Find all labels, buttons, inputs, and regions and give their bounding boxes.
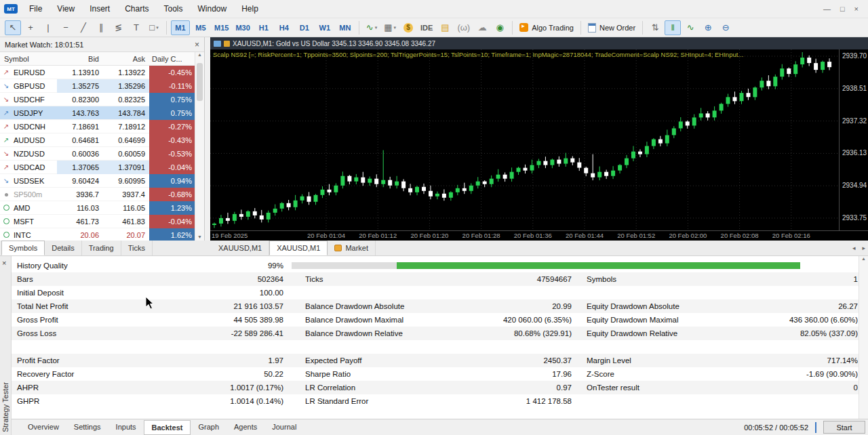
scroll-up-icon[interactable]: ▲ (197, 52, 202, 57)
market-watch-row[interactable]: AMD116.03116.051.23% (0, 201, 195, 215)
timeframe-d1[interactable]: D1 (295, 20, 314, 35)
menu-tools[interactable]: Tools (157, 4, 191, 14)
crosshair-tool-icon[interactable]: + (22, 20, 39, 35)
templates-icon[interactable]: ▦▾ (381, 20, 399, 35)
market-watch-row[interactable]: ↘USDCHF0.823000.823250.75% (0, 93, 195, 106)
market-watch-row[interactable]: INTC20.0620.071.62% (0, 228, 195, 241)
timeframe-m15[interactable]: M15 (212, 20, 231, 35)
pointer-tool-icon[interactable]: ↖ (5, 20, 21, 35)
chart-area[interactable]: Scalp NS92 [=; RiskPercent=1; Tppoints=3… (210, 49, 868, 241)
tester-tab-backtest[interactable]: Backtest (144, 420, 191, 435)
market-icon[interactable]: ▤ (437, 20, 453, 35)
market-watch-row[interactable]: ↗USDCNH7.186917.18912-0.27% (0, 120, 195, 133)
market-watch-row[interactable]: MSFT461.73461.83-0.04% (0, 215, 195, 228)
fibonacci-tool-icon[interactable]: ≶ (111, 20, 127, 35)
column-bid[interactable]: Bid (57, 55, 103, 63)
start-button[interactable]: Start (823, 421, 865, 434)
column-daily-change[interactable]: Daily C... (149, 55, 195, 63)
market-watch-list: ↗EURUSD1.139101.13922-0.45%↘GBPUSD1.3527… (0, 66, 195, 241)
price-axis[interactable]: 2939.702938.512937.322936.132934.942933.… (839, 49, 868, 230)
time-axis[interactable]: 19 Feb 202520 Feb 01:0420 Feb 01:1220 Fe… (210, 230, 868, 241)
market-watch-row[interactable]: ↗AUDUSD0.646810.64699-0.43% (0, 133, 195, 147)
close-icon[interactable]: × (854, 5, 859, 13)
tester-scrollbar[interactable]: ▲ (859, 256, 868, 419)
timeframe-m5[interactable]: M5 (191, 20, 210, 35)
market-watch-row[interactable]: ↗USDCAD1.370651.37091-0.04% (0, 161, 195, 174)
market-watch-row[interactable]: ↗USDJPY143.763143.7840.75% (0, 106, 195, 120)
shapes-tool-icon[interactable]: □▾ (146, 20, 162, 35)
market-watch-row[interactable]: ↗EURUSD1.139101.13922-0.45% (0, 66, 195, 79)
candlestick-chart[interactable] (210, 49, 839, 230)
templates-caret-icon[interactable]: ▾ (394, 25, 397, 30)
indicators-caret-icon[interactable]: ▾ (375, 25, 378, 30)
new-order-button[interactable]: New Order (585, 20, 638, 35)
zoom-in-icon[interactable]: ⊕ (700, 20, 716, 35)
tester-tab-overview[interactable]: Overview (20, 420, 66, 435)
menu-view[interactable]: View (50, 4, 82, 14)
trendline-tool-icon[interactable]: ╱ (75, 20, 92, 35)
chart-tab-market[interactable]: Market (328, 241, 376, 255)
cloud-icon[interactable]: ☁ (474, 20, 490, 35)
tester-tab-settings[interactable]: Settings (66, 420, 108, 435)
tester-close-icon[interactable]: × (2, 259, 6, 267)
timeframe-m30[interactable]: M30 (233, 20, 252, 35)
timeframe-h4[interactable]: H4 (275, 20, 294, 35)
scroll-up-icon[interactable]: ▲ (861, 256, 866, 261)
restore-icon[interactable]: □ (840, 5, 845, 13)
community-icon[interactable]: ◉ (492, 20, 508, 35)
tester-tab-agents[interactable]: Agents (226, 420, 264, 435)
market-watch-close-icon[interactable]: × (195, 40, 199, 49)
mw-tab-ticks[interactable]: Ticks (121, 241, 153, 255)
shapes-tool-caret-icon[interactable]: ▾ (156, 25, 159, 30)
timeframe-w1[interactable]: W1 (315, 20, 334, 35)
mw-symbol: AUDUSD (12, 136, 57, 144)
tester-tab-graph[interactable]: Graph (191, 420, 226, 435)
bars-chart-icon[interactable]: ‖ (665, 20, 681, 35)
tester-tab-journal[interactable]: Journal (264, 420, 304, 435)
scroll-down-icon[interactable]: ▼ (195, 234, 204, 239)
timeframe-mn[interactable]: MN (336, 20, 355, 35)
chart-tab-xauusd-m1[interactable]: XAUUSD,M1 (212, 241, 269, 255)
tab-scroll-left-icon[interactable]: ◂ (852, 245, 856, 251)
market-watch-row[interactable]: SP500m3936.73937.4-0.68% (0, 188, 195, 201)
column-ask[interactable]: Ask (103, 55, 149, 63)
menu-window[interactable]: Window (191, 4, 235, 14)
timeframe-h1[interactable]: H1 (254, 20, 273, 35)
menu-insert[interactable]: Insert (82, 4, 117, 14)
column-symbol[interactable]: Symbol (0, 55, 57, 63)
tester-metric-value: 1.97 (134, 354, 283, 367)
market-watch-row[interactable]: ↘NZDUSD0.600360.60059-0.53% (0, 147, 195, 161)
sort-icon[interactable]: ⇅ (647, 20, 663, 35)
menu-file[interactable]: File (22, 4, 50, 14)
time-label: 20 Feb 02:16 (772, 232, 810, 239)
mw-bid: 0.60036 (57, 147, 103, 161)
ide-button[interactable]: IDE (418, 20, 435, 35)
chart-tab-xauusd-m1[interactable]: XAUUSD,M1 (269, 241, 328, 255)
tester-tab-inputs[interactable]: Inputs (108, 420, 144, 435)
text-tool-icon[interactable]: T (128, 20, 144, 35)
market-watch-row[interactable]: ↘GBPUSD1.352751.35296-0.11% (0, 79, 195, 93)
signals-icon[interactable]: (ω) (454, 20, 473, 35)
menu-help[interactable]: Help (234, 4, 266, 14)
market-watch-row[interactable]: ↘USDSEK9.604249.609950.94% (0, 174, 195, 188)
market-watch-scrollbar[interactable]: ▲ ▼ (195, 52, 204, 241)
algo-trading-button[interactable]: Algo Trading (517, 20, 576, 35)
scrollbar-thumb[interactable] (197, 63, 203, 101)
channel-tool-icon[interactable]: ∥ (93, 20, 109, 35)
dollar-icon[interactable]: $ (400, 20, 416, 35)
tester-row: AHPR1.0017 (0.17%)LR Correlation0.97OnTe… (12, 381, 859, 394)
vertical-line-tool-icon[interactable]: | (40, 20, 56, 35)
mw-ask: 461.83 (103, 215, 149, 228)
mw-tab-trading[interactable]: Trading (82, 241, 121, 255)
mw-tab-symbols[interactable]: Symbols (1, 241, 45, 255)
tab-scroll-right-icon[interactable]: ▸ (862, 245, 865, 251)
menu-charts[interactable]: Charts (117, 4, 156, 14)
mw-tab-details[interactable]: Details (45, 241, 82, 255)
minimize-icon[interactable]: — (823, 5, 831, 13)
indicators-icon[interactable]: ∿▾ (363, 20, 380, 35)
mw-symbol: AMD (12, 204, 57, 212)
zoom-out-icon[interactable]: ⊖ (717, 20, 734, 35)
horizontal-line-tool-icon[interactable]: − (58, 20, 74, 35)
timeframe-m1[interactable]: M1 (171, 20, 190, 35)
line-chart-icon[interactable]: ∿ (682, 20, 698, 35)
